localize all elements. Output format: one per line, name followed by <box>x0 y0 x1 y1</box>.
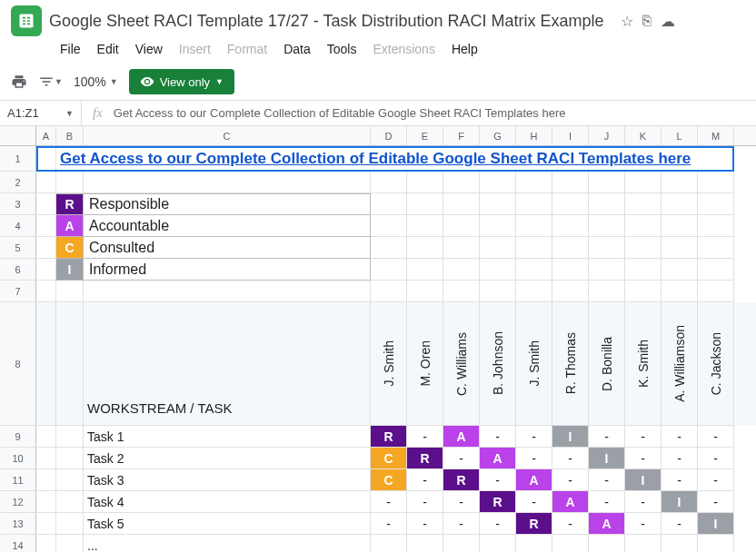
cloud-icon[interactable]: ☁ <box>661 13 675 30</box>
sheets-logo[interactable] <box>11 5 42 36</box>
matrix-cell[interactable]: - <box>625 491 662 513</box>
name-box[interactable]: A1:Z1▼ <box>0 101 82 125</box>
row-header[interactable]: 10 <box>0 448 36 469</box>
row-header[interactable]: 8 <box>0 302 36 426</box>
row-header[interactable]: 4 <box>0 215 36 237</box>
matrix-cell[interactable]: A <box>589 513 625 535</box>
matrix-cell[interactable]: - <box>443 513 480 535</box>
print-icon[interactable] <box>11 74 27 90</box>
matrix-cell[interactable]: - <box>662 448 698 469</box>
matrix-cell[interactable]: - <box>516 491 552 513</box>
col-header[interactable]: L <box>662 126 698 145</box>
matrix-cell[interactable]: - <box>371 513 407 535</box>
matrix-cell[interactable]: - <box>698 491 734 513</box>
matrix-cell[interactable]: - <box>443 448 480 469</box>
matrix-cell[interactable]: I <box>698 513 734 535</box>
matrix-cell[interactable]: - <box>662 469 698 491</box>
matrix-cell[interactable]: A <box>443 426 480 448</box>
row-header[interactable]: 7 <box>0 281 36 302</box>
matrix-cell[interactable]: R <box>443 469 480 491</box>
link-cell[interactable]: Get Access to our Complete Collection of… <box>56 146 734 172</box>
matrix-cell[interactable]: R <box>480 491 516 513</box>
matrix-cell[interactable]: - <box>480 469 516 491</box>
matrix-cell[interactable]: I <box>625 469 662 491</box>
matrix-cell[interactable]: - <box>698 469 734 491</box>
matrix-cell[interactable]: - <box>625 426 662 448</box>
task-name[interactable]: Task 5 <box>84 513 371 535</box>
row-header[interactable]: 14 <box>0 535 36 552</box>
col-header[interactable]: J <box>589 126 625 145</box>
zoom-select[interactable]: 100%▼ <box>74 74 118 89</box>
menu-edit[interactable]: Edit <box>90 38 126 60</box>
col-header[interactable]: I <box>552 126 589 145</box>
matrix-cell[interactable]: - <box>625 448 662 469</box>
col-header[interactable]: E <box>407 126 443 145</box>
matrix-cell[interactable]: - <box>589 491 625 513</box>
task-name[interactable]: Task 4 <box>84 491 371 513</box>
matrix-cell[interactable]: - <box>480 513 516 535</box>
menu-help[interactable]: Help <box>444 38 485 60</box>
matrix-cell[interactable]: - <box>516 448 552 469</box>
matrix-cell[interactable]: - <box>407 513 443 535</box>
col-header[interactable]: F <box>443 126 480 145</box>
matrix-cell[interactable]: - <box>552 448 589 469</box>
row-header[interactable]: 5 <box>0 237 36 259</box>
select-all-corner[interactable] <box>0 126 36 145</box>
menu-data[interactable]: Data <box>276 38 318 60</box>
matrix-cell[interactable]: - <box>589 469 625 491</box>
row-header[interactable]: 2 <box>0 172 36 193</box>
matrix-cell[interactable]: C <box>371 448 407 469</box>
matrix-cell[interactable]: - <box>407 469 443 491</box>
view-only-button[interactable]: View only ▼ <box>129 69 234 94</box>
matrix-cell[interactable]: I <box>662 491 698 513</box>
row-header[interactable]: 1 <box>0 146 36 172</box>
row-header[interactable]: 3 <box>0 193 36 215</box>
row-header[interactable]: 13 <box>0 513 36 535</box>
matrix-cell[interactable]: - <box>407 491 443 513</box>
matrix-cell[interactable]: R <box>371 426 407 448</box>
matrix-cell[interactable]: A <box>480 448 516 469</box>
matrix-cell[interactable]: - <box>698 426 734 448</box>
col-header[interactable]: C <box>84 126 371 145</box>
col-header[interactable]: M <box>698 126 734 145</box>
task-name[interactable]: Task 3 <box>84 469 371 491</box>
matrix-cell[interactable]: - <box>480 426 516 448</box>
matrix-cell[interactable]: - <box>552 469 589 491</box>
row-header[interactable]: 9 <box>0 426 36 448</box>
matrix-cell[interactable]: - <box>371 491 407 513</box>
matrix-cell[interactable]: - <box>516 426 552 448</box>
matrix-cell[interactable]: R <box>516 513 552 535</box>
menu-view[interactable]: View <box>128 38 170 60</box>
matrix-cell[interactable]: - <box>662 426 698 448</box>
filter-icon[interactable]: ▼ <box>38 74 63 90</box>
formula-bar[interactable]: Get Access to our Complete Collection of… <box>114 106 566 120</box>
move-icon[interactable]: ⎘ <box>642 13 652 30</box>
matrix-cell[interactable]: - <box>552 513 589 535</box>
matrix-cell[interactable]: - <box>698 448 734 469</box>
col-header[interactable]: A <box>36 126 56 145</box>
matrix-cell[interactable]: - <box>443 491 480 513</box>
matrix-cell[interactable]: - <box>662 513 698 535</box>
matrix-cell[interactable]: C <box>371 469 407 491</box>
menu-file[interactable]: File <box>53 38 88 60</box>
col-header[interactable]: D <box>371 126 407 145</box>
col-header[interactable]: B <box>56 126 84 145</box>
matrix-cell[interactable]: R <box>407 448 443 469</box>
row-header[interactable]: 6 <box>0 259 36 281</box>
doc-title[interactable]: Google Sheet RACI Template 17/27 - Task … <box>49 12 604 31</box>
col-header[interactable]: G <box>480 126 516 145</box>
star-icon[interactable]: ☆ <box>621 13 633 30</box>
col-header[interactable]: H <box>516 126 552 145</box>
matrix-cell[interactable]: A <box>552 491 589 513</box>
matrix-cell[interactable]: - <box>407 426 443 448</box>
row-header[interactable]: 11 <box>0 469 36 491</box>
task-name[interactable]: Task 2 <box>84 448 371 469</box>
grid-body[interactable]: 1 Get Access to our Complete Collection … <box>0 146 756 552</box>
menu-tools[interactable]: Tools <box>320 38 364 60</box>
matrix-cell[interactable]: I <box>552 426 589 448</box>
task-name[interactable]: Task 1 <box>84 426 371 448</box>
matrix-cell[interactable]: I <box>589 448 625 469</box>
row-header[interactable]: 12 <box>0 491 36 513</box>
matrix-cell[interactable]: - <box>589 426 625 448</box>
col-header[interactable]: K <box>625 126 662 145</box>
